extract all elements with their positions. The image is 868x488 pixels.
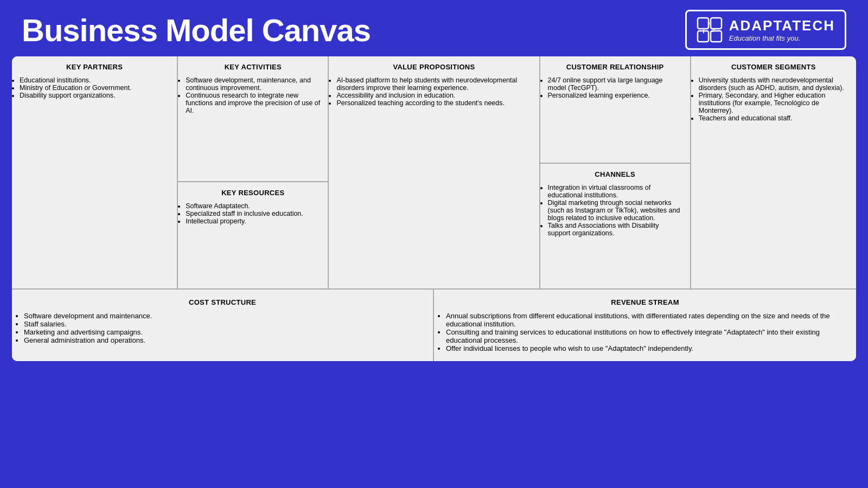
key-resources-header: KEY RESOURCES [186, 189, 320, 197]
canvas-bottom-section: COST STRUCTURE Software development and … [12, 290, 856, 361]
key-activities-col: KEY ACTIVITIES Software development, mai… [178, 56, 329, 288]
list-item: Software Adaptatech. [186, 202, 320, 210]
logo-name: ADAPTATECH [729, 17, 835, 34]
key-activities-header: KEY ACTIVITIES [186, 63, 320, 71]
customer-relationship-list: 24/7 online support via large language m… [548, 76, 682, 99]
key-activities-list: Software development, maintenance, and c… [186, 76, 320, 114]
list-item: Intellectual property. [186, 217, 320, 225]
cost-structure-cell: COST STRUCTURE Software development and … [12, 290, 434, 361]
customer-segments-list: University students with neurodevelopmen… [699, 76, 848, 122]
list-item: Marketing and advertising campaigns. [24, 328, 421, 336]
list-item: Personalized learning experience. [548, 92, 682, 99]
list-item: Integration in virtual classrooms of edu… [548, 184, 682, 199]
logo-box: ADAPTATECH Education that fits you. [685, 10, 846, 50]
revenue-stream-list: Annual subscriptions from different educ… [446, 312, 844, 352]
key-partners-list: Educational institutions. Ministry of Ed… [20, 76, 169, 99]
page-title: Business Model Canvas [22, 12, 371, 48]
cost-structure-list: Software development and maintenance. St… [24, 312, 421, 344]
list-item: Software development, maintenance, and c… [186, 76, 320, 92]
svg-rect-1 [711, 18, 722, 29]
svg-rect-2 [698, 31, 709, 42]
page-wrapper: Business Model Canvas ADAPTATECH Educati… [0, 0, 868, 361]
list-item: Teachers and educational staff. [699, 114, 848, 122]
revenue-stream-cell: REVENUE STREAM Annual subscriptions from… [434, 290, 856, 361]
key-resources-list: Software Adaptatech. Specialized staff i… [186, 202, 320, 225]
list-item: Software development and maintenance. [24, 312, 421, 320]
list-item: Staff salaries. [24, 320, 421, 328]
channels-cell: CHANNELS Integration in virtual classroo… [540, 164, 690, 288]
value-propositions-header: VALUE PROPOSITIONS [336, 63, 531, 71]
svg-rect-0 [698, 18, 709, 29]
value-propositions-list: AI-based platform to help students with … [336, 76, 531, 107]
list-item: Personalized teaching according to the s… [336, 99, 531, 107]
list-item: Specialized staff in inclusive education… [186, 210, 320, 217]
list-item: Consulting and training services to educ… [446, 328, 844, 344]
revenue-stream-header: REVENUE STREAM [446, 298, 844, 306]
key-partners-cell: KEY PARTNERS Educational institutions. M… [12, 56, 178, 288]
list-item: Ministry of Education or Government. [20, 84, 169, 92]
list-item: General administration and operations. [24, 336, 421, 344]
channels-list: Integration in virtual classrooms of edu… [548, 184, 682, 237]
list-item: AI-based platform to help students with … [336, 76, 531, 92]
list-item: Primary, Secondary, and Higher education… [699, 92, 848, 114]
list-item: Talks and Associations with Disability s… [548, 222, 682, 237]
value-propositions-cell: VALUE PROPOSITIONS AI-based platform to … [329, 56, 540, 288]
list-item: Accessibility and inclusion in education… [336, 92, 531, 99]
cost-structure-header: COST STRUCTURE [24, 298, 421, 306]
list-item: Educational institutions. [20, 76, 169, 84]
list-item: Annual subscriptions from different educ… [446, 312, 844, 328]
page-header: Business Model Canvas ADAPTATECH Educati… [0, 0, 868, 56]
canvas-top-section: KEY PARTNERS Educational institutions. M… [12, 56, 856, 290]
customer-segments-cell: CUSTOMER SEGMENTS University students wi… [691, 56, 856, 288]
logo-icon [697, 17, 723, 43]
list-item: Digital marketing through social network… [548, 199, 682, 222]
list-item: Continuous research to integrate new fun… [186, 92, 320, 114]
list-item: University students with neurodevelopmen… [699, 76, 848, 92]
customer-relationship-header: CUSTOMER RELATIONSHIP [548, 63, 682, 71]
customer-relationship-cell: CUSTOMER RELATIONSHIP 24/7 online suppor… [540, 56, 690, 164]
key-activities-cell: KEY ACTIVITIES Software development, mai… [178, 56, 328, 182]
logo-tagline: Education that fits you. [729, 34, 835, 42]
list-item: Offer individual licenses to people who … [446, 344, 844, 352]
business-model-canvas: KEY PARTNERS Educational institutions. M… [12, 56, 856, 361]
key-partners-header: KEY PARTNERS [20, 63, 169, 71]
list-item: Disability support organizations. [20, 92, 169, 99]
logo-text-group: ADAPTATECH Education that fits you. [729, 17, 835, 42]
svg-rect-3 [711, 31, 722, 42]
key-resources-cell: KEY RESOURCES Software Adaptatech. Speci… [178, 182, 328, 288]
customer-relationship-col: CUSTOMER RELATIONSHIP 24/7 online suppor… [540, 56, 691, 288]
list-item: 24/7 online support via large language m… [548, 76, 682, 92]
channels-header: CHANNELS [548, 170, 682, 178]
customer-segments-header: CUSTOMER SEGMENTS [699, 63, 848, 71]
